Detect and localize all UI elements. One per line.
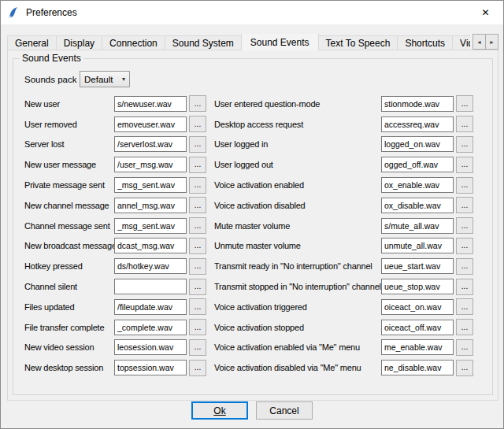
- sound-file-input[interactable]: [381, 177, 454, 193]
- sound-event-label: New user: [24, 99, 114, 109]
- sound-file-input[interactable]: [381, 258, 454, 274]
- ok-button-label: Ok: [213, 405, 225, 416]
- sound-file-input[interactable]: [114, 198, 187, 213]
- browse-button[interactable]: ...: [189, 157, 206, 173]
- sound-event-row: New desktop session ... Voice activation…: [24, 357, 492, 378]
- tab-video[interactable]: Video: [452, 35, 470, 50]
- browse-button[interactable]: ...: [456, 298, 473, 315]
- sound-event-label: User logged in: [206, 139, 381, 149]
- browse-button[interactable]: ...: [189, 177, 206, 194]
- tab-connection[interactable]: Connection: [102, 35, 165, 50]
- sound-event-label: Server lost: [24, 139, 114, 149]
- sound-event-row: Hotkey pressed ... Transmit ready in "No…: [24, 256, 492, 276]
- tab-bar: GeneralDisplayConnectionSound SystemSoun…: [7, 34, 498, 50]
- sound-file-input[interactable]: [114, 279, 187, 294]
- ok-button[interactable]: Ok: [191, 401, 248, 420]
- tab-general[interactable]: General: [7, 35, 57, 50]
- sound-file-input[interactable]: [114, 218, 187, 234]
- browse-button[interactable]: ...: [456, 339, 473, 356]
- sound-file-input[interactable]: [114, 177, 187, 193]
- browse-button[interactable]: ...: [189, 258, 206, 275]
- browse-button[interactable]: ...: [189, 95, 206, 112]
- sound-file-input[interactable]: [114, 96, 187, 112]
- browse-button[interactable]: ...: [189, 217, 206, 234]
- browse-button[interactable]: ...: [456, 258, 473, 275]
- sounds-pack-label: Sounds pack: [24, 75, 80, 84]
- browse-button[interactable]: ...: [189, 136, 206, 153]
- browse-button[interactable]: ...: [456, 238, 473, 254]
- sound-file-input[interactable]: [381, 360, 454, 375]
- sound-event-label: Voice activation disabled via "Me" menu: [206, 363, 381, 372]
- sound-event-row: New video session ... Voice activation e…: [24, 338, 492, 358]
- sound-file-input[interactable]: [381, 339, 454, 355]
- browse-button[interactable]: ...: [456, 136, 473, 153]
- window-title: Preferences: [26, 7, 77, 18]
- tab-strip: GeneralDisplayConnectionSound SystemSoun…: [7, 34, 470, 50]
- tab-shortcuts[interactable]: Shortcuts: [397, 35, 453, 50]
- browse-button[interactable]: ...: [456, 177, 473, 194]
- browse-button[interactable]: ...: [456, 217, 473, 234]
- browse-button[interactable]: ...: [189, 238, 206, 254]
- browse-button[interactable]: ...: [189, 319, 206, 335]
- browse-button[interactable]: ...: [456, 319, 473, 335]
- browse-button[interactable]: ...: [189, 360, 206, 376]
- sound-file-input[interactable]: [381, 320, 454, 335]
- titlebar: Preferences ✕: [1, 1, 503, 24]
- sound-file-input[interactable]: [114, 136, 187, 152]
- sound-file-input[interactable]: [114, 258, 187, 274]
- tab-scroll-right-button[interactable]: ►: [485, 34, 498, 50]
- sound-file-input[interactable]: [381, 116, 454, 132]
- sounds-pack-row: Sounds pack Default ▾: [24, 71, 492, 87]
- sound-event-label: Channel silent: [24, 282, 114, 291]
- sound-file-input[interactable]: [114, 339, 187, 355]
- sound-event-row: New user ... User entered question-mode …: [24, 94, 492, 114]
- browse-button[interactable]: ...: [189, 298, 206, 315]
- sound-file-input[interactable]: [381, 198, 454, 213]
- sound-file-input[interactable]: [381, 96, 454, 112]
- sound-event-label: Voice activation enabled: [206, 180, 381, 190]
- browse-button[interactable]: ...: [456, 197, 473, 213]
- sound-event-label: Voice activation disabled: [206, 201, 381, 210]
- sound-event-label: Channel message sent: [24, 221, 114, 231]
- sound-event-label: Transmit ready in "No interruption" chan…: [206, 261, 381, 271]
- sound-file-input[interactable]: [381, 218, 454, 234]
- sound-file-input[interactable]: [114, 238, 187, 253]
- sound-file-input[interactable]: [381, 136, 454, 152]
- cancel-button[interactable]: Cancel: [256, 401, 313, 420]
- sound-file-input[interactable]: [381, 157, 454, 172]
- sound-event-row: New user message ... User logged out ...: [24, 154, 492, 175]
- sound-event-label: User entered question-mode: [206, 99, 381, 109]
- sound-event-label: New user message: [24, 160, 114, 169]
- sound-event-label: File transfer complete: [24, 323, 114, 332]
- sound-event-row: Channel message sent ... Mute master vol…: [24, 216, 492, 236]
- browse-button[interactable]: ...: [189, 339, 206, 356]
- close-button[interactable]: ✕: [468, 1, 503, 24]
- browse-button[interactable]: ...: [456, 95, 473, 112]
- sound-file-input[interactable]: [381, 238, 454, 253]
- tab-display[interactable]: Display: [56, 35, 102, 50]
- tab-text-to-speech[interactable]: Text To Speech: [318, 35, 398, 50]
- sound-file-input[interactable]: [114, 299, 187, 315]
- arrow-right-icon: ►: [489, 39, 495, 45]
- browse-button[interactable]: ...: [456, 116, 473, 132]
- sounds-pack-select[interactable]: Default ▾: [80, 71, 130, 87]
- sound-file-input[interactable]: [114, 360, 187, 375]
- browse-button[interactable]: ...: [189, 116, 206, 132]
- sound-event-row: Server lost ... User logged in ...: [24, 135, 492, 155]
- browse-button[interactable]: ...: [189, 197, 206, 213]
- browse-button[interactable]: ...: [456, 279, 473, 295]
- tab-sound-events[interactable]: Sound Events: [241, 34, 319, 50]
- sound-file-input[interactable]: [114, 116, 187, 132]
- tab-scroll-left-button[interactable]: ◄: [472, 34, 486, 50]
- sound-event-label: Voice activation triggered: [206, 302, 381, 312]
- sound-file-input[interactable]: [381, 279, 454, 294]
- browse-button[interactable]: ...: [456, 360, 473, 376]
- browse-button[interactable]: ...: [189, 279, 206, 295]
- tab-sound-system[interactable]: Sound System: [165, 35, 242, 50]
- footer: Ok Cancel: [1, 401, 503, 420]
- sound-file-input[interactable]: [381, 299, 454, 315]
- browse-button[interactable]: ...: [456, 157, 473, 173]
- sound-file-input[interactable]: [114, 320, 187, 335]
- sound-event-label: Voice activation enabled via "Me" menu: [206, 342, 381, 352]
- sound-file-input[interactable]: [114, 157, 187, 172]
